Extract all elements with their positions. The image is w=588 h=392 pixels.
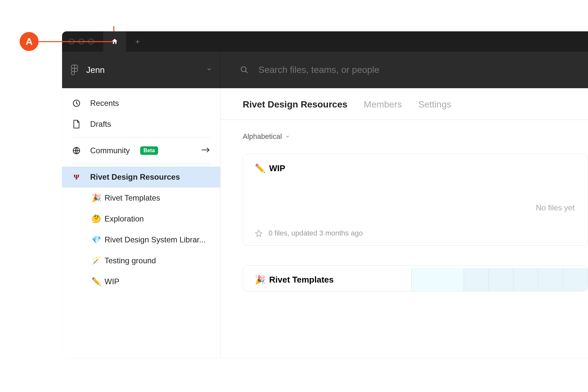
sidebar-item-label: Recents xyxy=(90,99,119,108)
project-card-title: ✏️ WIP xyxy=(255,163,576,173)
emoji-icon: 🎉 xyxy=(255,275,265,285)
sidebar-item-community[interactable]: Community Beta xyxy=(62,140,220,161)
tab-resources[interactable]: Rivet Design Resources xyxy=(243,99,348,110)
tab-members[interactable]: Members xyxy=(364,99,402,110)
tabs-divider xyxy=(220,120,588,120)
arrow-right-icon xyxy=(201,146,210,155)
sidebar-item-label: Rivet Design System Librar... xyxy=(105,235,205,244)
emoji-icon: ✏️ xyxy=(255,163,265,173)
project-name-label: WIP xyxy=(269,163,285,173)
sidebar-project-wip[interactable]: ✏️ WIP xyxy=(62,271,220,292)
window-tabbar: ＋ xyxy=(62,31,588,52)
svg-point-0 xyxy=(74,68,78,72)
sidebar-item-label: WIP xyxy=(105,277,119,286)
clock-icon xyxy=(72,99,81,107)
emoji-icon: 🎉 xyxy=(91,193,100,203)
emoji-icon: 💎 xyxy=(91,235,100,244)
sidebar-project-testing-ground[interactable]: 🪄 Testing ground xyxy=(62,250,220,271)
username-label: Jenn xyxy=(86,65,199,75)
sidebar-project-design-system[interactable]: 💎 Rivet Design System Librar... xyxy=(62,229,220,250)
account-switcher[interactable]: Jenn xyxy=(62,52,220,88)
search-bar[interactable] xyxy=(220,52,588,88)
annotation-label: A xyxy=(20,32,39,51)
sidebar-item-label: Rivet Templates xyxy=(105,193,160,203)
sidebar: Recents Drafts Community Beta xyxy=(62,88,220,358)
empty-state-text: No files yet xyxy=(536,203,575,212)
sidebar-item-label: Exploration xyxy=(105,214,144,223)
sidebar-project-rivet-templates[interactable]: 🎉 Rivet Templates xyxy=(62,188,220,208)
figma-logo-icon xyxy=(71,64,78,76)
sidebar-item-label: Testing ground xyxy=(105,256,156,265)
sort-dropdown[interactable]: Alphabetical xyxy=(243,132,588,141)
chevron-down-icon xyxy=(206,67,212,73)
project-meta-text: 0 files, updated 3 months ago xyxy=(269,229,363,237)
file-icon xyxy=(72,120,81,129)
sidebar-project-exploration[interactable]: 🤔 Exploration xyxy=(62,208,220,229)
tab-settings[interactable]: Settings xyxy=(418,99,451,110)
new-tab-button[interactable]: ＋ xyxy=(129,37,146,46)
annotation-line xyxy=(39,41,114,42)
sidebar-divider xyxy=(72,137,210,138)
project-card-footer: 0 files, updated 3 months ago xyxy=(255,229,576,237)
sidebar-item-label: Community xyxy=(90,146,130,155)
app-window: ＋ Jenn Recents xyxy=(62,31,588,358)
project-card-rivet-templates[interactable]: 🎉 Rivet Templates xyxy=(243,265,588,291)
project-card-title: 🎉 Rivet Templates xyxy=(255,275,588,285)
emoji-icon: 🪄 xyxy=(91,256,100,265)
content-tabs: Rivet Design Resources Members Settings xyxy=(243,99,588,110)
project-name-label: Rivet Templates xyxy=(269,275,334,285)
emoji-icon: ✏️ xyxy=(91,277,100,286)
project-card-wip[interactable]: ✏️ WIP No files yet 0 files, updated 3 m… xyxy=(243,154,588,246)
subheader: Jenn xyxy=(62,52,588,88)
search-input[interactable] xyxy=(258,65,487,75)
sidebar-item-label: Drafts xyxy=(90,120,111,129)
search-icon xyxy=(240,66,249,74)
main-content: Rivet Design Resources Members Settings … xyxy=(220,88,588,358)
sidebar-item-label: Rivet Design Resources xyxy=(90,172,180,182)
sidebar-item-team-rivet[interactable]: Ψ Rivet Design Resources xyxy=(62,167,220,188)
globe-icon xyxy=(72,146,81,155)
star-icon[interactable] xyxy=(255,229,263,237)
sidebar-item-recents[interactable]: Recents xyxy=(62,93,220,114)
sidebar-divider xyxy=(72,164,210,164)
sort-label: Alphabetical xyxy=(243,132,282,141)
team-icon: Ψ xyxy=(72,173,81,181)
plus-icon: ＋ xyxy=(134,37,141,46)
beta-badge: Beta xyxy=(140,146,158,155)
annotation-marker: A xyxy=(20,32,114,51)
emoji-icon: 🤔 xyxy=(91,214,100,223)
sidebar-item-drafts[interactable]: Drafts xyxy=(62,114,220,135)
chevron-down-icon xyxy=(285,134,290,139)
